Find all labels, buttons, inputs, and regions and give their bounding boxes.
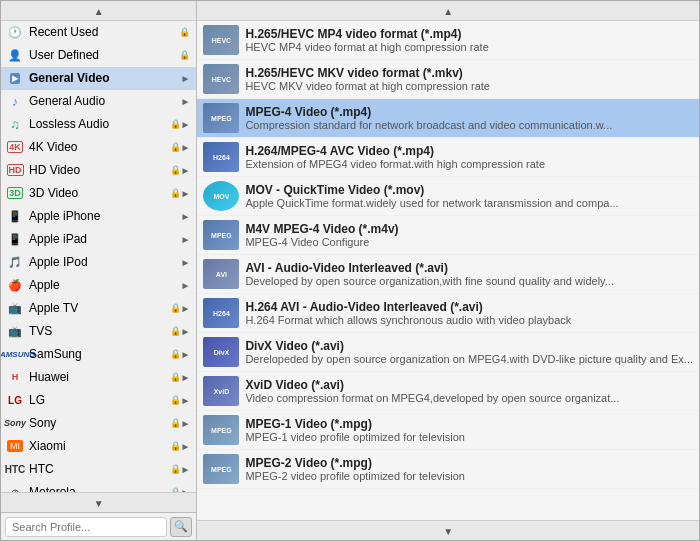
- list-item[interactable]: HEVCH.265/HEVC MKV video format (*.mkv)H…: [197, 60, 699, 99]
- format-desc: Compression standard for network broadca…: [245, 119, 693, 131]
- arrow-right-icon: ►: [181, 234, 191, 245]
- sidebar-item-tvs[interactable]: 📺TVS🔒►: [1, 320, 196, 343]
- sidebar-item-apple[interactable]: 🍎Apple►: [1, 274, 196, 297]
- format-icon: MPEG: [203, 454, 239, 484]
- format-title: H.265/HEVC MP4 video format (*.mp4): [245, 27, 693, 41]
- sidebar-item-lg[interactable]: LGLG🔒►: [1, 389, 196, 412]
- format-desc: H.264 Format which allows synchronous au…: [245, 314, 693, 326]
- list-item[interactable]: XviDXviD Video (*.avi)Video compression …: [197, 372, 699, 411]
- lock-icon: 🔒: [170, 441, 181, 451]
- arrow-right-icon: ►: [181, 326, 191, 337]
- right-panel: HEVCH.265/HEVC MP4 video format (*.mp4)H…: [197, 1, 699, 540]
- list-item[interactable]: MOVMOV - QuickTime Video (*.mov)Apple Qu…: [197, 177, 699, 216]
- sidebar-item-label: HD Video: [29, 163, 168, 177]
- 4k-icon: 4K: [5, 139, 25, 155]
- sidebar-item-label: TVS: [29, 324, 168, 338]
- format-text: MPEG-1 Video (*.mpg)MPEG-1 video profile…: [245, 417, 693, 443]
- sidebar-item-label: HTC: [29, 462, 168, 476]
- format-desc: HEVC MKV video format at high compressio…: [245, 80, 693, 92]
- sidebar-item-general-audio[interactable]: ♪General Audio►: [1, 90, 196, 113]
- left-scroll-down[interactable]: [1, 492, 196, 512]
- list-item[interactable]: MPEGMPEG-4 Video (*.mp4)Compression stan…: [197, 99, 699, 138]
- list-item[interactable]: MPEGM4V MPEG-4 Video (*.m4v)MPEG-4 Video…: [197, 216, 699, 255]
- sidebar-item-apple-ipad[interactable]: 📱Apple iPad►: [1, 228, 196, 251]
- format-desc: HEVC MP4 video format at high compressio…: [245, 41, 693, 53]
- arrow-right-icon: ►: [181, 73, 191, 84]
- arrow-right-icon: ►: [181, 257, 191, 268]
- sidebar-item-general-video[interactable]: ▶General Video►: [1, 67, 196, 90]
- lock-icon: 🔒: [170, 372, 181, 382]
- sidebar-item-samsung[interactable]: SAMSUNGSamSung🔒►: [1, 343, 196, 366]
- search-button[interactable]: 🔍: [170, 517, 192, 537]
- sidebar-item-label: Apple iPad: [29, 232, 181, 246]
- right-scroll-up[interactable]: [197, 1, 699, 21]
- lock-icon: 🔒: [170, 349, 181, 359]
- xiaomi-icon: MI: [5, 438, 25, 454]
- left-scroll-up[interactable]: [1, 1, 196, 21]
- format-desc: MPEG-1 video profile optimized for telev…: [245, 431, 693, 443]
- format-desc: Video compression format on MPEG4,develo…: [245, 392, 693, 404]
- arrow-right-icon: ►: [181, 372, 191, 383]
- format-desc: MPEG-2 video profile optimized for telev…: [245, 470, 693, 482]
- phone-icon: 📱: [5, 208, 25, 224]
- sidebar-item-apple-iphone[interactable]: 📱Apple iPhone►: [1, 205, 196, 228]
- lock-icon: 🔒: [170, 165, 181, 175]
- format-icon: MOV: [203, 181, 239, 211]
- arrow-right-icon: ►: [181, 165, 191, 176]
- sidebar-item-apple-tv[interactable]: 📺Apple TV🔒►: [1, 297, 196, 320]
- lg-icon: LG: [5, 392, 25, 408]
- lock-icon: 🔒: [170, 418, 181, 428]
- chevron-up-icon: [94, 4, 104, 18]
- format-title: H.264/MPEG-4 AVC Video (*.mp4): [245, 144, 693, 158]
- sidebar-item-huawei[interactable]: HHuawei🔒►: [1, 366, 196, 389]
- sidebar-item-label: Sony: [29, 416, 168, 430]
- sidebar-item-motorola[interactable]: ⊕Motorola🔒►: [1, 481, 196, 492]
- sony-icon: Sony: [5, 415, 25, 431]
- sidebar-item-4k-video[interactable]: 4K4K Video🔒►: [1, 136, 196, 159]
- lock-icon: 🔒: [170, 464, 181, 474]
- hd-icon: HD: [5, 162, 25, 178]
- list-item[interactable]: HEVCH.265/HEVC MP4 video format (*.mp4)H…: [197, 21, 699, 60]
- sidebar-item-xiaomi[interactable]: MIXiaomi🔒►: [1, 435, 196, 458]
- sidebar-item-lossless-audio[interactable]: ♫Lossless Audio🔒►: [1, 113, 196, 136]
- sidebar-item-label: 3D Video: [29, 186, 168, 200]
- format-title: M4V MPEG-4 Video (*.m4v): [245, 222, 693, 236]
- sidebar-item-label: 4K Video: [29, 140, 168, 154]
- list-item[interactable]: MPEGMPEG-2 Video (*.mpg)MPEG-2 video pro…: [197, 450, 699, 489]
- samsung-icon: SAMSUNG: [5, 346, 25, 362]
- list-item[interactable]: H264H.264/MPEG-4 AVC Video (*.mp4)Extens…: [197, 138, 699, 177]
- lock-icon: 🔒: [170, 119, 181, 129]
- sidebar-item-htc[interactable]: HTCHTC🔒►: [1, 458, 196, 481]
- format-icon: MPEG: [203, 220, 239, 250]
- list-item[interactable]: MPEGMPEG-1 Video (*.mpg)MPEG-1 video pro…: [197, 411, 699, 450]
- format-title: MOV - QuickTime Video (*.mov): [245, 183, 693, 197]
- list-item[interactable]: DivXDivX Video (*.avi)Derelopeded by ope…: [197, 333, 699, 372]
- sidebar-item-hd-video[interactable]: HDHD Video🔒►: [1, 159, 196, 182]
- lock-icon: 🔒: [179, 27, 190, 37]
- sidebar-item-label: Apple IPod: [29, 255, 181, 269]
- arrow-right-icon: ►: [181, 395, 191, 406]
- sidebar-item-3d-video[interactable]: 3D3D Video🔒►: [1, 182, 196, 205]
- sidebar-item-user-defined[interactable]: 👤User Defined🔒: [1, 44, 196, 67]
- arrow-right-icon: ►: [181, 303, 191, 314]
- tv-icon: 📺: [5, 300, 25, 316]
- sidebar-item-sony[interactable]: SonySony🔒►: [1, 412, 196, 435]
- format-icon: MPEG: [203, 103, 239, 133]
- chevron-down-icon: [94, 496, 104, 510]
- sidebar-item-apple-ipod[interactable]: 🎵Apple IPod►: [1, 251, 196, 274]
- format-desc: MPEG-4 Video Configure: [245, 236, 693, 248]
- sidebar-item-recent-used[interactable]: 🕐Recent Used🔒: [1, 21, 196, 44]
- left-panel: 🕐Recent Used🔒👤User Defined🔒▶General Vide…: [1, 1, 197, 540]
- format-icon: HEVC: [203, 25, 239, 55]
- format-desc: Apple QuickTime format.widely used for n…: [245, 197, 693, 209]
- right-scroll-down[interactable]: [197, 520, 699, 540]
- arrow-right-icon: ►: [181, 464, 191, 475]
- sidebar-item-label: Huawei: [29, 370, 168, 384]
- lock-icon: 🔒: [170, 188, 181, 198]
- format-title: H.265/HEVC MKV video format (*.mkv): [245, 66, 693, 80]
- list-item[interactable]: AVIAVI - Audio-Video Interleaved (*.avi)…: [197, 255, 699, 294]
- format-title: AVI - Audio-Video Interleaved (*.avi): [245, 261, 693, 275]
- format-title: MPEG-4 Video (*.mp4): [245, 105, 693, 119]
- list-item[interactable]: H264H.264 AVI - Audio-Video Interleaved …: [197, 294, 699, 333]
- search-input[interactable]: [5, 517, 167, 537]
